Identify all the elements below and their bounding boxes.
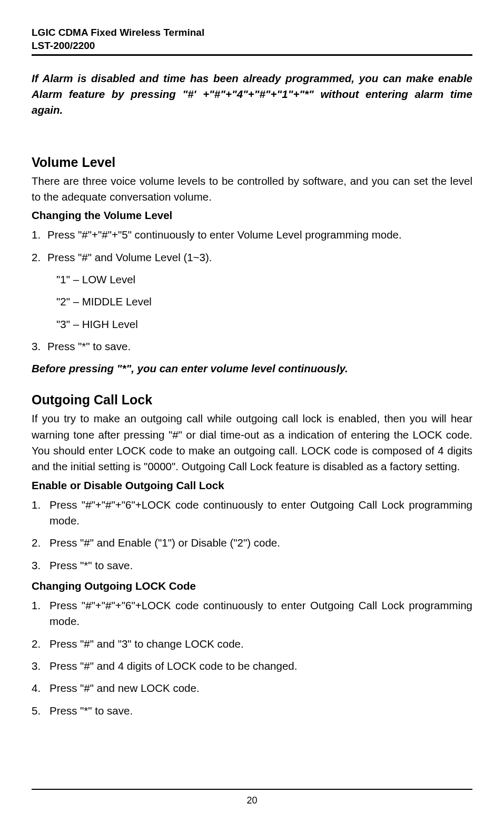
list-number: 3. [32,339,41,354]
lock-intro: If you try to make an outgoing call whil… [32,411,472,474]
list-number: 3. [32,658,41,674]
header-title-2: LST-200/2200 [32,39,472,53]
list-text: Press "#"+"#"+"5" continuously to enter … [47,229,402,241]
lock-enable-step-1: 1.Press "#"+"#"+"6"+LOCK code continuous… [32,497,472,529]
lock-enable-step-3: 3.Press "*" to save. [32,558,472,573]
list-text: Press "#" and "3" to change LOCK code. [50,638,244,650]
volume-note: Before pressing "*", you can enter volum… [32,361,472,376]
list-text: Press "*" to save. [50,559,133,571]
list-text: Press "*" to save. [50,705,133,717]
volume-changing-heading: Changing the Volume Level [32,209,472,222]
volume-option-low: "1" – LOW Level [32,272,472,287]
page-footer: 20 [32,789,472,806]
alarm-enable-note: If Alarm is disabled and time has been a… [32,71,472,117]
volume-step-2: 2.Press "#" and Volume Level (1~3). [32,250,472,265]
lock-enable-heading: Enable or Disable Outgoing Call Lock [32,479,472,492]
lock-change-heading: Changing Outgoing LOCK Code [32,580,472,592]
list-text: Press "#"+"#"+"6"+LOCK code continuously… [50,499,472,527]
list-number: 5. [32,703,41,719]
volume-step-1: 1.Press "#"+"#"+"5" continuously to ente… [32,227,472,243]
list-text: Press "*" to save. [47,340,131,352]
list-text: Press "#"+"#"+"6"+LOCK code continuously… [50,599,472,627]
list-text: Press "#" and Volume Level (1~3). [47,251,212,263]
lock-change-step-4: 4.Press "#" and new LOCK code. [32,680,472,696]
list-number: 2. [32,535,41,551]
volume-section-title: Volume Level [32,155,472,170]
list-number: 4. [32,680,41,696]
list-number: 2. [32,636,41,652]
lock-change-step-1: 1.Press "#"+"#"+"6"+LOCK code continuous… [32,598,472,630]
lock-section-title: Outgoing Call Lock [32,392,472,408]
volume-option-high: "3" – HIGH Level [32,316,472,332]
header-title-1: LGIC CDMA Fixed Wireless Terminal [32,26,472,39]
list-number: 1. [32,497,41,513]
list-text: Press "#" and Enable ("1") or Disable ("… [50,537,280,549]
page-number: 20 [246,795,257,806]
lock-change-step-3: 3.Press "#" and 4 digits of LOCK code to… [32,658,472,674]
list-number: 2. [32,250,41,265]
volume-option-middle: "2" – MIDDLE Level [32,294,472,310]
list-text: Press "#" and 4 digits of LOCK code to b… [50,660,297,672]
list-number: 1. [32,598,41,613]
lock-change-step-2: 2.Press "#" and "3" to change LOCK code. [32,636,472,652]
volume-step-3: 3.Press "*" to save. [32,339,472,354]
lock-enable-step-2: 2.Press "#" and Enable ("1") or Disable … [32,535,472,551]
page-header: LGIC CDMA Fixed Wireless Terminal LST-20… [32,26,472,56]
lock-change-step-5: 5.Press "*" to save. [32,703,472,719]
list-number: 3. [32,558,41,573]
list-text: Press "#" and new LOCK code. [50,682,200,694]
list-number: 1. [32,227,41,243]
volume-intro: There are three voice volume levels to b… [32,173,472,205]
